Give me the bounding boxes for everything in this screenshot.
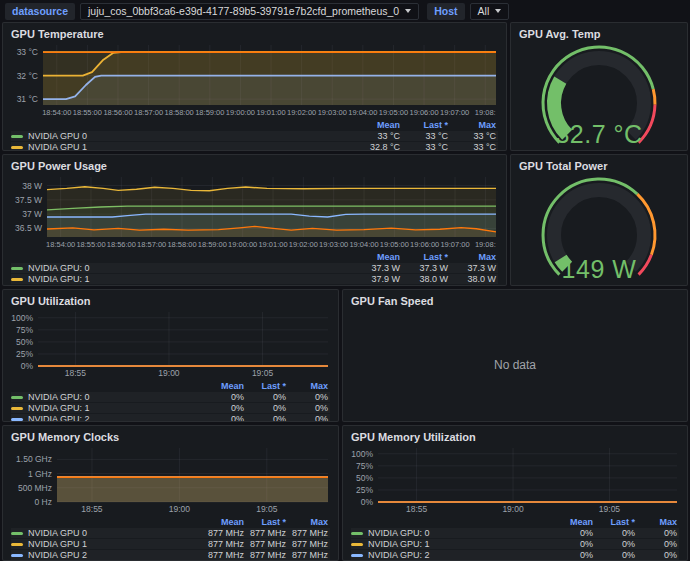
panel-gpu-temperature: GPU Temperature 18:54:0018:55:0018:56:00… — [2, 22, 507, 151]
x-axis-tick-label: 18:55 — [65, 368, 87, 378]
gpu-utilization-plot[interactable]: 18:5519:0019:050%25%50%75%100% — [11, 308, 330, 380]
y-axis-tick-label: 37 W — [22, 209, 42, 219]
gpu-utilization-chart[interactable]: 18:5519:0019:050%25%50%75%100%MeanLast *… — [11, 308, 330, 421]
legend-value: 33 °C — [450, 131, 498, 141]
panel-title-gpu-utilization[interactable]: GPU Utilization — [11, 295, 330, 308]
gpu-memory-clocks-legend: MeanLast *MaxNVIDIA GPU 0877 MHz877 MHz8… — [11, 517, 330, 560]
x-axis-tick-label: 19:01:00 — [256, 108, 285, 117]
x-axis-tick-label: 18:57:00 — [134, 108, 163, 117]
legend-sort-header[interactable]: Last * — [595, 517, 637, 527]
panel-title-gpu-total-power[interactable]: GPU Total Power — [519, 160, 679, 173]
panel-gpu-avg-temp: GPU Avg. Temp 32.7 °C — [510, 22, 688, 151]
y-axis-tick-label: 32 °C — [17, 71, 38, 81]
panel-gpu-total-power: GPU Total Power 149 W — [510, 154, 688, 286]
y-axis-tick-label: 75% — [356, 461, 373, 471]
legend-value: 33 °C — [450, 142, 498, 151]
x-axis-tick-label: 19:06:00 — [409, 108, 438, 117]
legend-row[interactable]: NVIDIA GPU: 137.9 W38.0 W38.0 W — [11, 274, 498, 284]
gpu-avg-temp-gauge: 32.7 °C — [519, 41, 679, 150]
panel-title-gpu-fan-speed[interactable]: GPU Fan Speed — [351, 295, 679, 308]
legend-value: 0% — [595, 539, 637, 549]
x-axis-tick-label: 18:55 — [406, 504, 428, 514]
gpu-temperature-chart[interactable]: 18:54:0018:55:0018:56:0018:57:0018:58:00… — [11, 41, 498, 150]
legend-value: 877 MHz — [246, 528, 288, 538]
host-select[interactable]: All — [470, 3, 510, 20]
series-color-swatch — [351, 532, 363, 535]
legend-value: 877 MHz — [204, 550, 246, 560]
no-data-message: No data — [351, 308, 679, 421]
legend-sort-header[interactable]: Last * — [246, 381, 288, 391]
legend-sort-header[interactable]: Last * — [402, 120, 450, 130]
legend-value: 877 MHz — [204, 528, 246, 538]
x-axis-tick-label: 19:03:00 — [318, 108, 347, 117]
x-axis-tick-label: 19:05 — [256, 504, 278, 514]
gpu-temperature-legend: MeanLast *MaxNVIDIA GPU 033 °C33 °C33 °C… — [11, 120, 498, 151]
legend-row[interactable]: NVIDIA GPU: 20%0%0% — [351, 550, 679, 560]
gpu-memory-clocks-chart[interactable]: 18:5519:0019:050 Hz500 MHz1 GHz1.50 GHzM… — [11, 444, 330, 560]
panel-title-gpu-avg-temp[interactable]: GPU Avg. Temp — [519, 28, 679, 41]
x-axis-tick-label: 18:54:00 — [42, 108, 71, 117]
gpu-memory-utilization-chart[interactable]: 18:5519:0019:050%25%50%75%100%MeanLast *… — [351, 444, 679, 560]
legend-row[interactable]: NVIDIA GPU: 00%0%0% — [11, 392, 330, 402]
legend-sort-header[interactable]: Max — [288, 517, 330, 527]
gpu-memory-utilization-plot[interactable]: 18:5519:0019:050%25%50%75%100% — [351, 444, 679, 516]
gpu-power-usage-plot[interactable]: 18:54:0018:55:0018:56:0018:57:0018:58:00… — [11, 173, 498, 251]
x-axis-tick-label: 18:56:00 — [103, 108, 132, 117]
panel-title-gpu-memory-clocks[interactable]: GPU Memory Clocks — [11, 431, 330, 444]
panel-title-gpu-temperature[interactable]: GPU Temperature — [11, 28, 498, 41]
legend-row[interactable]: NVIDIA GPU: 20%0%0% — [11, 414, 330, 422]
gpu-utilization-legend: MeanLast *MaxNVIDIA GPU: 00%0%0%NVIDIA G… — [11, 381, 330, 422]
panel-title-gpu-memory-utilization[interactable]: GPU Memory Utilization — [351, 431, 679, 444]
gpu-memory-utilization-legend: MeanLast *MaxNVIDIA GPU: 00%0%0%NVIDIA G… — [351, 517, 679, 560]
gpu-power-usage-chart[interactable]: 18:54:0018:55:0018:56:0018:57:0018:58:00… — [11, 173, 498, 285]
legend-row[interactable]: NVIDIA GPU 2877 MHz877 MHz877 MHz — [11, 550, 330, 560]
legend-value: 33 °C — [354, 131, 402, 141]
legend-sort-header[interactable]: Max — [450, 120, 498, 130]
dashboard-toolbar: datasource juju_cos_0bbf3ca6-e39d-4177-8… — [0, 0, 690, 22]
legend-sort-header[interactable]: Mean — [553, 517, 595, 527]
y-axis-tick-label: 0% — [361, 497, 374, 507]
gpu-temperature-plot[interactable]: 18:54:0018:55:0018:56:0018:57:0018:58:00… — [11, 41, 498, 119]
legend-sort-header[interactable]: Mean — [354, 252, 402, 262]
legend-row[interactable]: NVIDIA GPU 0877 MHz877 MHz877 MHz — [11, 528, 330, 538]
x-axis-tick-label: 18:58:00 — [165, 108, 194, 117]
legend-sort-header[interactable]: Last * — [246, 517, 288, 527]
legend-row[interactable]: NVIDIA GPU 132.8 °C33 °C33 °C — [11, 142, 498, 151]
x-axis-tick-label: 19:05 — [252, 368, 274, 378]
x-axis-tick-label: 19:00 — [158, 368, 180, 378]
legend-value: 0% — [553, 539, 595, 549]
legend-value: 0% — [288, 392, 330, 402]
series-name: NVIDIA GPU 1 — [28, 142, 87, 151]
series-name: NVIDIA GPU 2 — [28, 550, 87, 560]
legend-sort-header[interactable]: Last * — [402, 252, 450, 262]
legend-row[interactable]: NVIDIA GPU: 10%0%0% — [11, 403, 330, 413]
gpu-memory-clocks-plot[interactable]: 18:5519:0019:050 Hz500 MHz1 GHz1.50 GHz — [11, 444, 330, 516]
y-axis-tick-label: 1 GHz — [28, 469, 52, 479]
legend-row[interactable]: NVIDIA GPU: 037.3 W37.3 W37.3 W — [11, 263, 498, 273]
legend-sort-header[interactable]: Mean — [204, 381, 246, 391]
legend-header-row: MeanLast *Max — [11, 120, 498, 130]
legend-row[interactable]: NVIDIA GPU 1877 MHz877 MHz877 MHz — [11, 539, 330, 549]
y-axis-tick-label: 38 W — [22, 181, 42, 191]
legend-value: 0% — [204, 414, 246, 422]
legend-sort-header[interactable]: Mean — [354, 120, 402, 130]
legend-header-row: MeanLast *Max — [351, 517, 679, 527]
legend-sort-header[interactable]: Mean — [204, 517, 246, 527]
legend-row[interactable]: NVIDIA GPU: 00%0%0% — [351, 528, 679, 538]
legend-sort-header[interactable]: Max — [637, 517, 679, 527]
panel-title-gpu-power-usage[interactable]: GPU Power Usage — [11, 160, 498, 173]
y-axis-tick-label: 0% — [21, 361, 34, 371]
legend-sort-header[interactable]: Max — [288, 381, 330, 391]
x-axis-tick-label: 19:04:00 — [349, 240, 378, 249]
legend-value: 0% — [637, 528, 679, 538]
legend-row[interactable]: NVIDIA GPU: 237.0 W37.0 W37.0 W — [11, 285, 498, 286]
legend-sort-header[interactable]: Max — [450, 252, 498, 262]
legend-value: 0% — [246, 392, 288, 402]
legend-value: 877 MHz — [288, 539, 330, 549]
panel-gpu-fan-speed: GPU Fan Speed No data — [342, 289, 688, 422]
legend-row[interactable]: NVIDIA GPU 033 °C33 °C33 °C — [11, 131, 498, 141]
legend-row[interactable]: NVIDIA GPU: 10%0%0% — [351, 539, 679, 549]
series-color-swatch — [351, 554, 363, 557]
datasource-select[interactable]: juju_cos_0bbf3ca6-e39d-4177-89b5-39791e7… — [80, 3, 419, 20]
y-axis-tick-label: 100% — [11, 313, 33, 323]
